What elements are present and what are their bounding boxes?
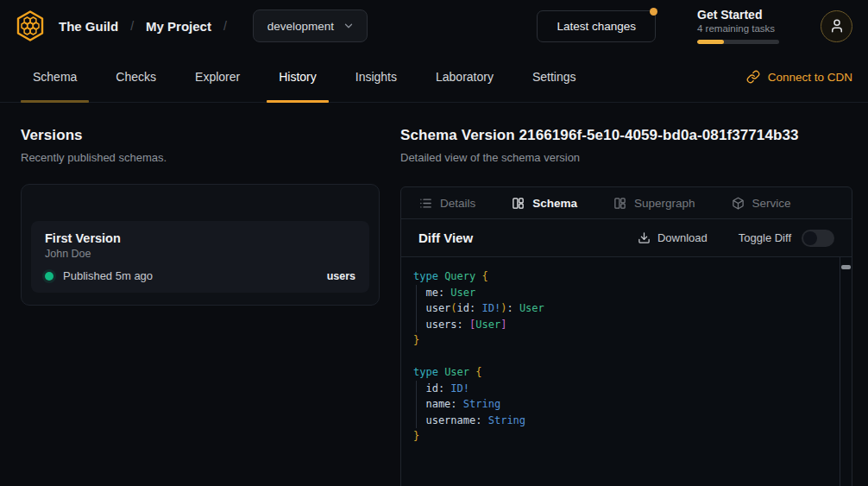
- get-started-title: Get Started: [697, 8, 779, 22]
- code-editor[interactable]: type Query { me: User user(id: ID!): Use…: [401, 257, 852, 456]
- tab-schema[interactable]: Schema: [512, 197, 577, 210]
- schema-version-subtitle: Detailed view of the schema version: [400, 151, 852, 164]
- indent-guide: [416, 381, 417, 428]
- connect-to-cdn-label: Connect to CDN: [768, 71, 852, 84]
- get-started-widget[interactable]: Get Started 4 remaining tasks: [697, 8, 779, 44]
- schema-version-panel: Details Schema Supergraph: [400, 186, 852, 486]
- scrollbar-thumb[interactable]: [841, 265, 851, 269]
- box-icon: [732, 197, 745, 210]
- version-author: John Doe: [45, 248, 355, 260]
- nav-tab-history[interactable]: History: [267, 52, 329, 102]
- breadcrumb-separator: /: [223, 19, 227, 33]
- indent-guide: [416, 285, 417, 332]
- download-label: Download: [657, 231, 708, 244]
- progress-fill: [697, 40, 724, 44]
- diff-header-row: Diff View Download Toggle Diff: [401, 219, 852, 257]
- version-status: Published 5m ago: [63, 269, 153, 282]
- published-status-dot: [45, 272, 53, 281]
- list-icon: [419, 197, 432, 210]
- get-started-subtitle: 4 remaining tasks: [697, 23, 779, 34]
- nav-tab-checks[interactable]: Checks: [104, 52, 168, 102]
- panels-icon: [512, 197, 525, 210]
- version-detail-column: Schema Version 2166196f-5e10-4059-bd0a-0…: [400, 127, 852, 486]
- service-name-badge: users: [327, 270, 355, 282]
- nav-tab-explorer[interactable]: Explorer: [183, 52, 252, 102]
- tab-service[interactable]: Service: [732, 197, 791, 210]
- detail-tabs: Details Schema Supergraph: [401, 187, 852, 219]
- user-icon: [829, 18, 845, 34]
- vertical-scrollbar[interactable]: [840, 257, 852, 486]
- schema-version-title: Schema Version 2166196f-5e10-4059-bd0a-0…: [400, 127, 852, 144]
- nav-tab-schema[interactable]: Schema: [21, 52, 89, 102]
- chevron-down-icon: [343, 20, 355, 32]
- toggle-diff-label: Toggle Diff: [739, 231, 791, 244]
- user-avatar[interactable]: [821, 10, 852, 42]
- diff-view-title: Diff View: [418, 230, 473, 245]
- versions-list-card: First Version John Doe Published 5m ago …: [21, 184, 380, 306]
- tab-supergraph[interactable]: Supergraph: [613, 197, 695, 210]
- version-name: First Version: [45, 231, 355, 245]
- breadcrumb-org[interactable]: The Guild: [59, 19, 118, 34]
- versions-title: Versions: [21, 127, 380, 144]
- nav-tab-settings[interactable]: Settings: [520, 52, 588, 102]
- versions-subtitle: Recently published schemas.: [21, 151, 380, 164]
- latest-changes-label: Latest changes: [557, 20, 636, 33]
- main-content: Versions Recently published schemas. Fir…: [0, 103, 868, 486]
- nav-tab-laboratory[interactable]: Laboratory: [424, 52, 506, 102]
- schema-code-viewer: type Query { me: User user(id: ID!): Use…: [401, 257, 852, 486]
- connect-to-cdn-button[interactable]: Connect to CDN: [746, 52, 852, 102]
- latest-changes-button[interactable]: Latest changes: [537, 10, 656, 42]
- download-button[interactable]: Download: [638, 231, 708, 244]
- panels-icon: [613, 197, 626, 210]
- environment-select-value: development: [267, 20, 334, 33]
- version-list-item[interactable]: First Version John Doe Published 5m ago …: [31, 221, 369, 293]
- target-nav: Schema Checks Explorer History Insights …: [0, 52, 868, 103]
- link-icon: [746, 70, 760, 84]
- nav-tab-insights[interactable]: Insights: [343, 52, 409, 102]
- notification-dot: [650, 8, 657, 16]
- download-icon: [638, 231, 651, 244]
- switch-knob: [803, 231, 817, 245]
- versions-column: Versions Recently published schemas. Fir…: [21, 127, 380, 306]
- breadcrumb: The Guild / My Project /: [59, 19, 239, 34]
- toggle-diff-switch[interactable]: [802, 230, 834, 247]
- guild-logo-icon[interactable]: [14, 8, 47, 44]
- top-header: The Guild / My Project / development Lat…: [0, 0, 868, 52]
- breadcrumb-project[interactable]: My Project: [146, 19, 211, 34]
- breadcrumb-separator: /: [130, 19, 134, 33]
- get-started-progress: [697, 40, 779, 44]
- environment-select[interactable]: development: [253, 9, 368, 42]
- tab-details[interactable]: Details: [419, 197, 475, 210]
